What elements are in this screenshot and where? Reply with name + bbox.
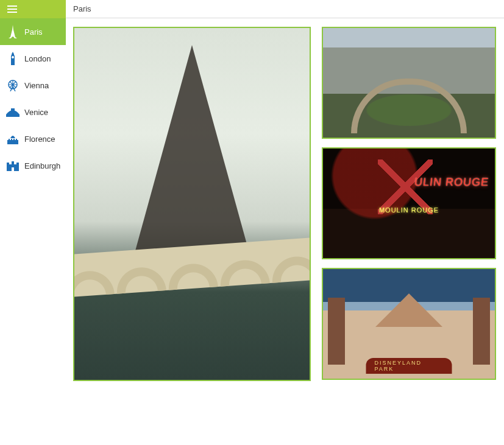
sidebar-item-label: Edinburgh bbox=[24, 161, 60, 170]
app-root: Paris London Vienna bbox=[0, 0, 504, 445]
gallery-right-column: ULIN ROUGE MOULIN ROUGE DISNEYLAND PARK bbox=[322, 27, 496, 439]
sidebar-item-venice[interactable]: Venice bbox=[0, 99, 66, 125]
content-scroll[interactable]: ULIN ROUGE MOULIN ROUGE DISNEYLAND PARK bbox=[66, 18, 504, 445]
sidebar-item-label: Florence bbox=[24, 135, 55, 144]
hamburger-button[interactable] bbox=[0, 0, 66, 18]
svg-rect-12 bbox=[16, 163, 19, 165]
svg-rect-5 bbox=[9, 139, 10, 140]
ferris-wheel-icon bbox=[6, 79, 20, 91]
svg-rect-2 bbox=[11, 108, 15, 111]
svg-rect-6 bbox=[11, 139, 12, 140]
sidebar-item-vienna[interactable]: Vienna bbox=[0, 72, 66, 99]
sidebar-item-edinburgh[interactable]: Edinburgh bbox=[0, 152, 66, 179]
sidebar-item-paris[interactable]: Paris bbox=[0, 18, 66, 45]
gallery-image-small-1[interactable] bbox=[322, 27, 496, 139]
svg-rect-7 bbox=[13, 139, 15, 140]
sidebar-item-florence[interactable]: Florence bbox=[0, 125, 66, 152]
gallery-image-small-3[interactable]: DISNEYLAND PARK bbox=[322, 268, 496, 380]
main: Paris ULIN ROUGE MOULIN ROUGE DISNEYLAND… bbox=[66, 0, 504, 445]
header: Paris bbox=[66, 0, 504, 18]
castle-icon bbox=[6, 160, 20, 171]
moulin-rouge-marquee: MOULIN ROUGE bbox=[379, 206, 439, 214]
gallery-image-large[interactable] bbox=[73, 27, 311, 381]
gallery-image-small-2[interactable]: ULIN ROUGE MOULIN ROUGE bbox=[322, 147, 496, 259]
eiffel-tower-icon bbox=[6, 25, 20, 38]
gallery: ULIN ROUGE MOULIN ROUGE DISNEYLAND PARK bbox=[73, 27, 497, 439]
bridge-icon bbox=[6, 107, 20, 117]
disneyland-arch-sign: DISNEYLAND PARK bbox=[366, 358, 452, 374]
sidebar-item-label: Venice bbox=[24, 108, 48, 117]
hamburger-icon bbox=[7, 5, 17, 13]
sidebar: Paris London Vienna bbox=[0, 0, 66, 445]
sidebar-item-label: Paris bbox=[24, 27, 43, 37]
duomo-icon bbox=[6, 133, 20, 144]
svg-rect-13 bbox=[12, 167, 14, 171]
moulin-rouge-sign: ULIN ROUGE bbox=[414, 176, 489, 189]
page-title: Paris bbox=[73, 4, 91, 13]
big-ben-icon bbox=[6, 52, 20, 65]
svg-point-0 bbox=[12, 56, 14, 58]
svg-rect-8 bbox=[16, 139, 17, 140]
svg-rect-11 bbox=[12, 161, 14, 165]
sidebar-item-london[interactable]: London bbox=[0, 45, 66, 72]
sidebar-item-label: London bbox=[24, 54, 51, 63]
svg-rect-10 bbox=[7, 163, 9, 165]
sidebar-item-label: Vienna bbox=[24, 81, 49, 90]
